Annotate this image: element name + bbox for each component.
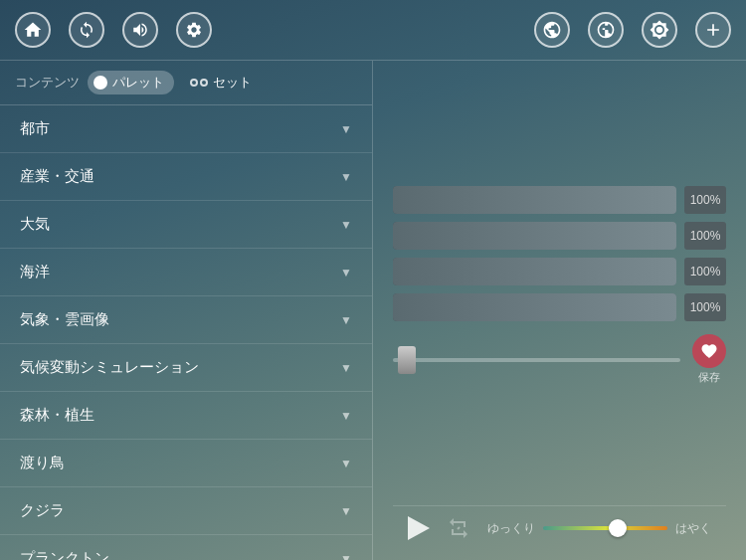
repeat-button[interactable] <box>445 514 472 542</box>
list-item[interactable]: プランクトン ▼ <box>0 535 372 560</box>
brightness-button[interactable] <box>642 12 677 48</box>
list-item-label: 森林・植生 <box>20 406 94 425</box>
list-item[interactable]: 気象・雲画像 ▼ <box>0 296 372 344</box>
right-panel: 100% 100% 100% 100% <box>373 61 746 560</box>
slider-pct-1: 100% <box>684 186 726 214</box>
chevron-down-icon: ▼ <box>340 266 352 280</box>
slider-pct-4: 100% <box>684 293 726 321</box>
slider-pct-2: 100% <box>684 222 726 250</box>
contents-tab-label: コンテンツ <box>15 74 80 92</box>
volume-button[interactable] <box>122 12 158 48</box>
list-item-label: クジラ <box>20 501 65 520</box>
set-icon-dot1 <box>190 79 198 87</box>
list-item[interactable]: 産業・交通 ▼ <box>0 153 372 201</box>
list-item-label: 大気 <box>20 215 50 234</box>
list-item[interactable]: 都市 ▼ <box>0 105 372 153</box>
list-item[interactable]: 大気 ▼ <box>0 201 372 249</box>
settings-button[interactable] <box>176 12 212 48</box>
list-item-label: 海洋 <box>20 263 50 281</box>
chevron-down-icon: ▼ <box>340 504 352 518</box>
globe1-button[interactable] <box>534 12 570 48</box>
chevron-down-icon: ▼ <box>340 552 352 561</box>
slider-row-3: 100% <box>393 258 726 285</box>
speed-slider-handle[interactable] <box>609 519 627 537</box>
list-item-label: プランクトン <box>20 549 109 560</box>
slider-track-1[interactable] <box>393 186 676 214</box>
chevron-down-icon: ▼ <box>340 218 352 232</box>
home-button[interactable] <box>15 12 51 48</box>
list-item[interactable]: 気候変動シミュレーション ▼ <box>0 344 372 392</box>
chevron-down-icon: ▼ <box>340 409 352 423</box>
opacity-slider-track[interactable] <box>393 358 680 362</box>
slider-track-4[interactable] <box>393 293 676 321</box>
list-item[interactable]: 海洋 ▼ <box>0 249 372 296</box>
speed-slow-label: ゆっくり <box>487 520 535 537</box>
chevron-down-icon: ▼ <box>340 122 352 136</box>
list-item-label: 都市 <box>20 119 50 138</box>
chevron-down-icon: ▼ <box>340 313 352 327</box>
opacity-slider-area: 保存 <box>393 334 726 385</box>
header <box>0 0 746 60</box>
chevron-down-icon: ▼ <box>340 361 352 375</box>
header-right-icons <box>534 12 731 48</box>
list-item-label: 産業・交通 <box>20 167 94 186</box>
speed-slider-area: ゆっくり はやく <box>487 520 711 537</box>
refresh-button[interactable] <box>69 12 104 48</box>
set-tab[interactable]: セット <box>182 71 260 94</box>
save-area: 保存 <box>692 334 726 385</box>
slider-pct-3: 100% <box>684 258 726 285</box>
svg-line-0 <box>458 527 460 529</box>
list-item[interactable]: 渡り鳥 ▼ <box>0 440 372 487</box>
palette-tab-dot <box>93 76 107 90</box>
palette-tab[interactable]: パレット <box>88 71 174 94</box>
slider-track-3[interactable] <box>393 258 676 285</box>
palette-tab-label: パレット <box>112 74 164 92</box>
sliders-area: 100% 100% 100% 100% <box>393 76 726 495</box>
list-item[interactable]: 森林・植生 ▼ <box>0 392 372 440</box>
category-list[interactable]: 都市 ▼ 産業・交通 ▼ 大気 ▼ 海洋 ▼ 気象・雲画像 ▼ 気候変動シミュレ… <box>0 105 372 560</box>
left-panel: コンテンツ パレット セット 都市 ▼ 産業・交通 ▼ <box>0 61 373 560</box>
chevron-down-icon: ▼ <box>340 170 352 184</box>
speed-fast-label: はやく <box>675 520 711 537</box>
speed-slider-track[interactable] <box>543 526 667 530</box>
set-tab-icon <box>190 79 208 87</box>
add-button[interactable] <box>695 12 731 48</box>
opacity-slider-handle[interactable] <box>398 346 416 374</box>
list-item-label: 渡り鳥 <box>20 454 65 472</box>
slider-row-4: 100% <box>393 293 726 321</box>
save-label: 保存 <box>698 370 720 385</box>
list-item[interactable]: クジラ ▼ <box>0 487 372 535</box>
play-button[interactable] <box>408 516 430 540</box>
list-item-label: 気候変動シミュレーション <box>20 358 199 377</box>
list-item-label: 気象・雲画像 <box>20 310 109 329</box>
set-tab-label: セット <box>213 74 252 92</box>
set-icon-dot2 <box>200 79 208 87</box>
tab-bar: コンテンツ パレット セット <box>0 61 372 104</box>
slider-row-1: 100% <box>393 186 726 214</box>
globe2-button[interactable] <box>588 12 624 48</box>
chevron-down-icon: ▼ <box>340 457 352 470</box>
slider-row-2: 100% <box>393 222 726 250</box>
main-layout: コンテンツ パレット セット 都市 ▼ 産業・交通 ▼ <box>0 61 746 560</box>
header-left-icons <box>15 12 212 48</box>
save-button[interactable] <box>692 334 726 368</box>
playback-bar: ゆっくり はやく <box>393 505 726 550</box>
slider-track-2[interactable] <box>393 222 676 250</box>
